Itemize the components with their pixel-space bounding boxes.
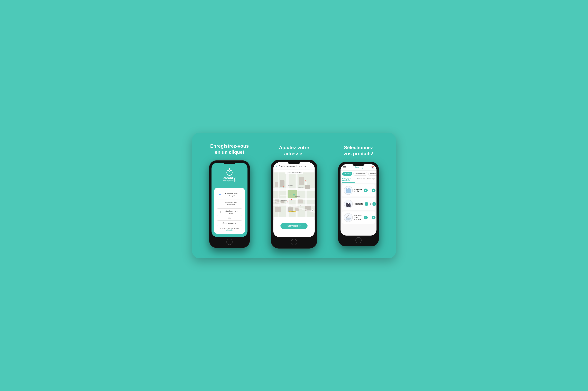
costume-icon	[345, 201, 351, 207]
tab-abonnements-label: Abonnements	[355, 173, 366, 175]
address-title: Ajoutez votre adresse!	[279, 145, 309, 157]
svg-rect-49	[346, 191, 348, 191]
phone-screen-1: cleanzy Pressing écologique G Continuer …	[211, 163, 247, 237]
svg-point-54	[348, 219, 349, 219]
qty-num-costume: 0	[369, 203, 371, 205]
svg-text:📍: 📍	[298, 190, 299, 191]
svg-rect-14	[275, 182, 278, 187]
or-label: Ou	[228, 217, 230, 219]
product-name-chemise-cintre: CHEMISE SUR CINTRE	[354, 215, 362, 220]
google-login-button[interactable]: G Continuer avec Google	[217, 191, 242, 198]
svg-rect-6	[273, 198, 315, 200]
qty-control-chemise-cintre: − 0 +	[364, 216, 376, 219]
products-screen: cleanzy 📅 Pressing Abonnements Produits	[341, 164, 377, 236]
svg-rect-22	[275, 207, 281, 212]
subtab-nettoyage-label: Nettoyage et repassage	[342, 178, 351, 182]
login-prompt-label: Vous avez déjà un compte?	[220, 228, 239, 229]
phone-frame-2: ‹ Ajouter une nouvelle adresse Ajuster v…	[271, 160, 317, 249]
tab-produits-label: Produits	[370, 173, 377, 175]
qty-plus-chemise-cintre[interactable]: +	[372, 216, 376, 219]
map-position-label: Ajuster votre position	[285, 171, 303, 174]
svg-rect-53	[349, 206, 350, 207]
signin-label: S'identifier	[226, 229, 233, 231]
svg-rect-20	[298, 199, 303, 203]
map-svg: P3310 📍 📍 📍 📍 📍 📍 📍 📍 📍	[273, 170, 315, 220]
logo-area: cleanzy Pressing écologique	[222, 168, 236, 185]
map-container: Ajuster votre position	[273, 170, 315, 220]
svg-rect-47	[346, 189, 351, 193]
signin-link[interactable]: S'identifier	[226, 229, 233, 231]
register-section: Enregistrez-vous en un clique! cleanzy	[201, 143, 258, 248]
hamburger-menu-button[interactable]	[343, 166, 346, 168]
svg-text:📍: 📍	[283, 187, 285, 188]
shirt-pliee-icon	[345, 187, 352, 194]
product-item-chemise-pliee: CHEMISE PLIÉE − 0 +	[342, 184, 375, 196]
product-img-costume	[344, 199, 353, 208]
phone-notch-3	[353, 164, 364, 166]
home-button-3	[355, 237, 362, 243]
phone-screen-3: cleanzy 📅 Pressing Abonnements Produits	[341, 164, 377, 236]
product-img-chemise-cintre	[344, 213, 353, 222]
svg-rect-16	[299, 177, 304, 185]
svg-rect-15	[280, 180, 285, 187]
svg-point-55	[348, 219, 349, 220]
tab-bar: Pressing Abonnements Produits	[341, 171, 377, 177]
app-name-label: cleanzy	[223, 176, 236, 180]
login-card: G Continuer avec Google f Continuer avec…	[214, 188, 245, 234]
tab-pressing[interactable]: Pressing	[342, 172, 352, 176]
svg-rect-17	[305, 185, 310, 189]
qty-control-chemise-pliee: − 0 +	[364, 189, 376, 192]
facebook-login-button[interactable]: f Continuer avec Facebook	[217, 199, 242, 207]
login-screen: cleanzy Pressing écologique G Continuer …	[211, 163, 247, 237]
subtab-retoucherie[interactable]: Retoucherie	[357, 177, 365, 183]
svg-rect-52	[347, 206, 348, 207]
save-address-button[interactable]: Sauvegarder	[281, 223, 307, 229]
qty-control-costume: − 0 +	[365, 202, 376, 206]
home-button-1	[226, 239, 233, 245]
tab-abonnements[interactable]: Abonnements	[353, 172, 367, 176]
google-icon: G	[219, 193, 221, 196]
qty-plus-costume[interactable]: +	[372, 202, 376, 206]
subtab-nettoyage[interactable]: Nettoyage et repassage	[342, 177, 355, 183]
back-button[interactable]: ‹	[276, 164, 277, 168]
products-section: Sélectionnez vos produits! cleanzy 📅	[330, 145, 387, 247]
apple-icon: 	[219, 211, 222, 214]
tab-produits[interactable]: Produits	[368, 172, 377, 176]
svg-text:📍: 📍	[299, 205, 301, 206]
product-item-chemise-cintre: CHEMISE SUR CINTRE − 0 +	[342, 211, 375, 224]
phone-notch-2	[288, 162, 300, 164]
hamburger-line-2	[343, 167, 346, 168]
subtab-repassage[interactable]: Repassage	[367, 177, 375, 183]
app-tagline-label: Pressing écologique	[222, 180, 236, 182]
svg-rect-50	[348, 202, 349, 204]
create-account-label: Créer un compte	[222, 222, 236, 224]
svg-text:P3310: P3310	[291, 211, 294, 212]
qty-plus-chemise-pliee[interactable]: +	[372, 189, 376, 192]
svg-text:Crédit Agricole: Crédit Agricole	[295, 196, 300, 197]
qty-minus-costume[interactable]: −	[365, 202, 368, 206]
svg-rect-51	[346, 204, 347, 204]
google-btn-label: Continuer avec Google	[223, 193, 240, 196]
subtab-repassage-label: Repassage	[367, 178, 375, 180]
register-title: Enregistrez-vous en un clique!	[210, 143, 249, 155]
product-img-chemise-pliee	[344, 186, 353, 195]
calendar-icon[interactable]: 📅	[371, 166, 374, 169]
apple-login-button[interactable]:  Continuer avec Apple	[217, 208, 242, 216]
or-divider: Ou	[217, 217, 242, 219]
svg-text:⊕: ⊕	[312, 210, 313, 211]
products-title: Sélectionnez vos produits!	[343, 145, 374, 157]
phone-frame-1: cleanzy Pressing écologique G Continuer …	[209, 160, 250, 248]
svg-text:Centre kinésithér...: Centre kinésithér...	[298, 187, 304, 188]
qty-minus-chemise-pliee[interactable]: −	[364, 189, 368, 192]
login-prompt-area: Vous avez déjà un compte? S'identifier	[217, 228, 242, 231]
hamburger-line-3	[343, 168, 346, 168]
products-list: CHEMISE PLIÉE − 0 +	[341, 183, 377, 236]
address-section: Ajoutez votre adresse! ‹ Ajouter une nou…	[265, 145, 323, 247]
home-button-2	[291, 239, 297, 245]
svg-text:high delivery: high delivery	[289, 185, 293, 186]
tab-pressing-label: Pressing	[344, 173, 351, 175]
svg-text:📍: 📍	[287, 201, 289, 203]
create-account-button[interactable]: Créer un compte	[217, 220, 242, 226]
qty-minus-chemise-cintre[interactable]: −	[364, 216, 368, 219]
facebook-btn-label: Continuer avec Facebook	[223, 201, 240, 205]
